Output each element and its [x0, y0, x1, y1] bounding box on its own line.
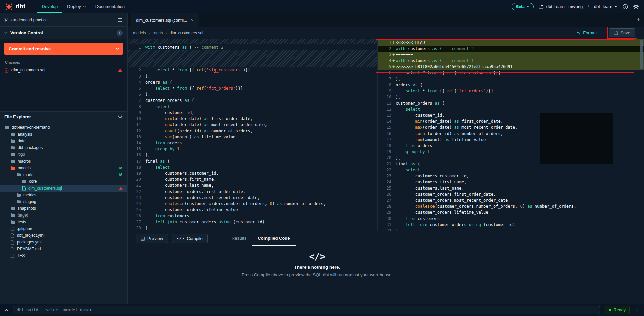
tree-item-dbt_packages[interactable]: dbt_packages [0, 144, 127, 151]
version-control-header[interactable]: Version Control 1 [0, 27, 127, 39]
code-line[interactable]: 1+<<<<<<< HEAD [378, 39, 644, 46]
nav-develop[interactable]: Develop [37, 0, 62, 13]
tree-item-core[interactable]: core [0, 178, 127, 185]
code-line[interactable]: 13 sum(amount) as lifetime_value [128, 134, 377, 140]
code-line[interactable]: 11 max(order_date) as most_recent_order_… [128, 122, 377, 128]
code-line[interactable]: 28 coalesce(customer_orders.number_of_or… [378, 203, 644, 209]
close-icon[interactable]: × [191, 18, 193, 23]
code-line[interactable]: 12 count(order_id) as number_of_orders, [128, 128, 377, 134]
code-line[interactable]: 5+>>>>>>> b81f802a66fd544504c65721e3ffaa… [378, 64, 644, 70]
status-badge[interactable]: Ready [605, 306, 630, 314]
nav-documentation[interactable]: Documentation [91, 0, 130, 13]
code-line[interactable]: 32) [378, 228, 644, 231]
tree-item-snapshots[interactable]: snapshots [0, 205, 127, 212]
kebab-menu-icon[interactable]: ⋮ [634, 307, 640, 313]
code-line[interactable]: 24 coalesce(customer_orders.number_of_or… [128, 201, 377, 207]
tree-item-TEST[interactable]: TEST [0, 252, 127, 259]
code-line[interactable]: 31 left join customer_orders using (cust… [378, 222, 644, 228]
tree-item-packages.yml[interactable]: packages.yml [0, 239, 127, 246]
code-line[interactable]: 22 customer_orders.first_order_date, [128, 189, 377, 195]
compile-button[interactable]: </> Compile [172, 234, 208, 243]
tree-item-.gitignore[interactable]: .gitignore [0, 225, 127, 232]
commit-options-caret[interactable] [111, 43, 123, 55]
code-line[interactable]: 30 from customers [378, 216, 644, 222]
tree-item-analysis[interactable]: analysis [0, 131, 127, 138]
nav-deploy[interactable]: Deploy [62, 0, 90, 13]
breadcrumb-marts[interactable]: marts [153, 31, 163, 35]
dbt-logo[interactable]: dbt [5, 0, 25, 13]
code-line[interactable]: 9 select * from {{ ref('fct_orders')}} [378, 88, 644, 94]
code-line[interactable]: 7), [378, 76, 644, 82]
tree-item-tests[interactable]: tests [0, 219, 127, 225]
code-line[interactable]: 26 customer_orders.first_order_date, [378, 191, 644, 197]
tree-item-README.md[interactable]: README.md [0, 246, 127, 252]
tree-item-macros[interactable]: macros [0, 158, 127, 165]
tree-item-data[interactable]: data [0, 138, 127, 144]
code-line[interactable]: 23 customers.customer_id, [378, 173, 644, 179]
expand-panel-button[interactable] [4, 309, 8, 311]
project-switcher[interactable]: dbt_learn [594, 4, 618, 9]
tree-item-marts[interactable]: martsM [0, 171, 127, 178]
code-line[interactable]: 26 from customers [128, 213, 377, 219]
code-line[interactable]: 6), [128, 91, 377, 97]
help-button[interactable]: ? [623, 4, 628, 9]
tree-item-target[interactable]: target [0, 212, 127, 219]
commit-and-resolve-button[interactable]: Commit and resolve [4, 43, 123, 55]
code-line[interactable]: 27 left join customer_orders using (cust… [128, 219, 377, 225]
code-line[interactable]: 11customer_orders as ( [378, 100, 644, 106]
code-line[interactable]: 1with customers as ( -- comment 2 [128, 44, 377, 50]
code-line[interactable]: 16), [128, 152, 377, 158]
code-line[interactable]: 2 select * from {{ ref('stg_customers')}… [128, 67, 377, 73]
code-line[interactable]: 3+======= [378, 52, 644, 58]
code-line[interactable]: 3), [128, 73, 377, 79]
editor-pane-right[interactable]: 1+<<<<<<< HEAD2with customers as ( -- co… [378, 39, 644, 231]
tree-item-dbt-learn-on-demand[interactable]: dbt-learn-on-demand [0, 124, 127, 131]
tree-item-logs[interactable]: logs [0, 151, 127, 158]
code-line[interactable]: 27 customer_orders.most_recent_order_dat… [378, 197, 644, 203]
code-line[interactable]: 9 customer_id, [128, 110, 377, 116]
editor-scrollbar-thumb[interactable] [640, 40, 643, 69]
code-line[interactable]: 2with customers as ( -- comment 2 [378, 46, 644, 52]
command-input[interactable] [13, 306, 600, 314]
changed-file-row[interactable]: dim_customers.sql [0, 66, 127, 74]
code-line[interactable]: 28) [128, 225, 377, 231]
breadcrumb-file[interactable]: dim_customers.sql [170, 31, 203, 35]
code-line[interactable]: 12 select [378, 106, 644, 112]
code-line[interactable]: 6 select * from {{ ref('stg_customers')}… [378, 70, 644, 76]
code-line[interactable]: 19 customers.customer_id, [128, 170, 377, 176]
preview-button[interactable]: Preview [136, 234, 168, 243]
code-line[interactable]: 22 select [378, 167, 644, 173]
git-branch-selector[interactable]: on-demand-practice [0, 13, 127, 27]
editor-pane-left[interactable]: 1with customers as ( -- comment 22 selec… [128, 39, 377, 231]
breadcrumb-models[interactable]: models [133, 31, 146, 35]
code-line[interactable]: 17final as ( [128, 158, 377, 164]
code-line[interactable]: 21 customers.last_name, [128, 182, 377, 189]
format-button[interactable]: Format [576, 30, 597, 35]
file-explorer-header[interactable]: File Explorer [0, 111, 127, 122]
code-line[interactable]: 8orders as ( [378, 82, 644, 88]
code-line[interactable]: 10), [378, 94, 644, 100]
settings-button[interactable] [633, 4, 639, 9]
beta-badge[interactable]: Beta [512, 3, 534, 10]
tab-results[interactable]: Results [226, 231, 252, 246]
tree-item-staging[interactable]: staging [0, 198, 127, 205]
tab-compiled-code[interactable]: Compiled Code [252, 231, 296, 246]
code-line[interactable]: 29 customer_orders.lifetime_value [378, 209, 644, 216]
tree-item-metrics[interactable]: metrics [0, 192, 127, 198]
tree-item-dbt_project.yml[interactable]: dbt_project.yml [0, 232, 127, 239]
tree-item-models[interactable]: modelsM [0, 165, 127, 171]
code-line[interactable]: 8 select [128, 104, 377, 110]
code-line[interactable]: 25 customer_orders.lifetime_value [128, 207, 377, 213]
code-line[interactable]: 4orders as ( [128, 79, 377, 85]
code-line[interactable]: 23 customer_orders.most_recent_order_dat… [128, 195, 377, 201]
tree-item-dim_customers.sql[interactable]: dim_customers.sql [0, 185, 127, 192]
account-switcher[interactable]: dbt Learn - mwong [539, 4, 583, 9]
code-line[interactable]: 14 from orders [128, 140, 377, 146]
docs-panel-button[interactable] [117, 18, 123, 22]
code-line[interactable]: 4+with customers as ( -- comment 1 [378, 58, 644, 64]
code-line[interactable]: 7customer_orders as ( [128, 97, 377, 104]
code-line[interactable]: 24 customers.first_name, [378, 179, 644, 185]
code-line[interactable]: 15 group by 1 [128, 146, 377, 152]
code-line[interactable]: 10 min(order_date) as first_order_date, [128, 116, 377, 122]
code-line[interactable]: 18 select [128, 164, 377, 170]
